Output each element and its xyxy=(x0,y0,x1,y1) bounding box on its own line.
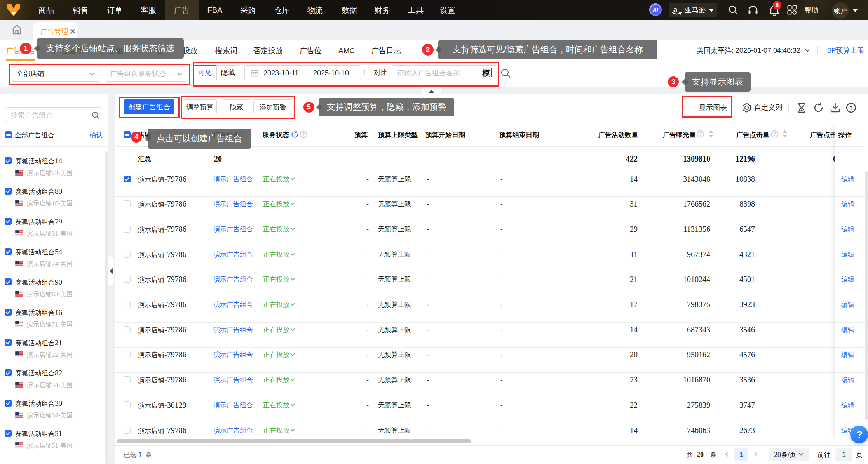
svg-text:a: a xyxy=(673,5,678,14)
svg-text:?: ? xyxy=(849,104,853,111)
svg-text:?: ? xyxy=(302,132,305,137)
svg-text:?: ? xyxy=(773,131,776,137)
svg-text:?: ? xyxy=(699,131,702,137)
